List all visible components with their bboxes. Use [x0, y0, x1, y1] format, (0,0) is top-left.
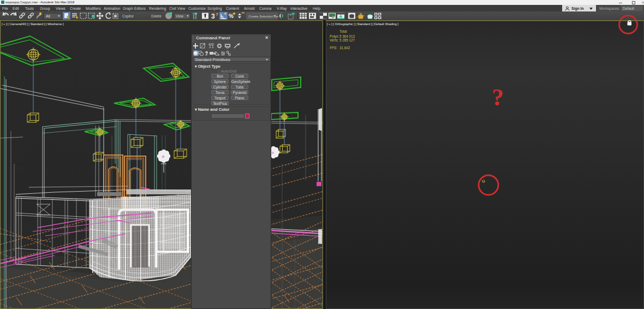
svg-text:?: ?: [216, 12, 218, 17]
svg-text:FPS:: FPS:: [330, 46, 337, 50]
svg-text:Total: Total: [339, 29, 347, 33]
svg-text:View: View: [176, 14, 183, 18]
svg-text:[ + ] [ Orthographic ] [ Stand: [ + ] [ Orthographic ] [ Standard ] [ De…: [327, 22, 398, 26]
svg-text:5 285 127: 5 285 127: [339, 38, 355, 42]
svg-text:[ + ] [ Camera043 ] [ Standard: [ + ] [ Camera043 ] [ Standard ] [ Wiref…: [2, 22, 64, 26]
svg-text:Copitor: Copitor: [122, 14, 134, 19]
svg-text:%: %: [229, 13, 234, 19]
svg-text:All: All: [46, 14, 50, 18]
svg-text:5 364 013: 5 364 013: [339, 34, 355, 38]
svg-text:31,642: 31,642: [339, 46, 350, 50]
svg-text:Verts:: Verts:: [330, 38, 338, 42]
svg-text:?: ?: [492, 84, 504, 111]
svg-text:Delete: Delete: [151, 14, 162, 18]
svg-text:3: 3: [211, 13, 215, 20]
